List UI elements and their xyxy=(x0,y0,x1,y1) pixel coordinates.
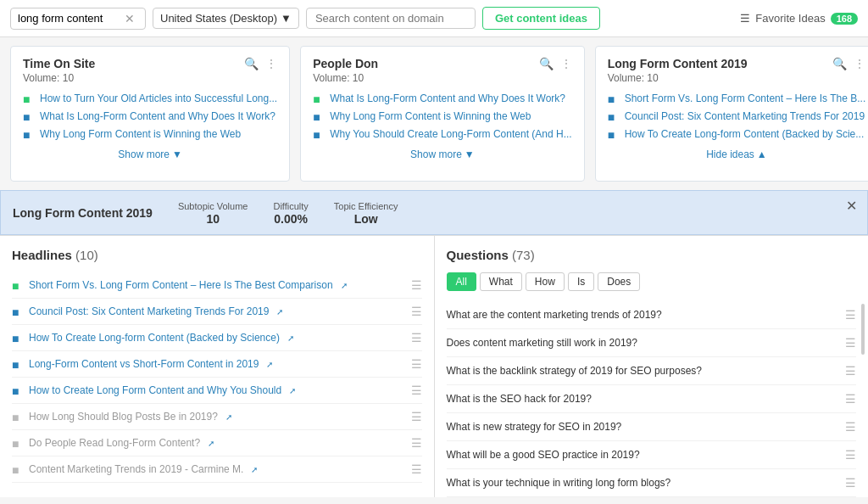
question-item: Does content marketing still work in 201… xyxy=(447,329,857,357)
blue-icon: ■ xyxy=(12,332,24,344)
detail-header: Long Form Content 2019 Subtopic Volume 1… xyxy=(0,190,868,235)
card-actions: 🔍 ⋮ xyxy=(832,57,865,70)
list-item: ■ What Is Long-Form Content and Why Does… xyxy=(23,110,277,122)
sort-icon[interactable]: ☰ xyxy=(845,448,856,462)
favorite-ideas-button[interactable]: ☰ Favorite Ideas 168 xyxy=(740,12,858,25)
headline-item: ■ Long-Form Content vs Short-Form Conten… xyxy=(12,351,422,378)
sort-icon[interactable]: ☰ xyxy=(411,384,422,397)
blue-icon: ■ xyxy=(313,110,325,122)
card-title: Time On Site xyxy=(23,57,95,70)
headline-item: ■ Do People Read Long-Form Content? ➚ ☰ xyxy=(12,430,422,456)
scrollbar[interactable] xyxy=(861,304,865,355)
bottom-panel: Headlines (10) ■ Short Form Vs. Long For… xyxy=(0,235,868,497)
list-item: ■ How to Turn Your Old Articles into Suc… xyxy=(23,92,277,104)
close-icon[interactable]: ✕ xyxy=(846,198,857,214)
question-item: What are the content marketing trends of… xyxy=(447,301,857,329)
show-more-button[interactable]: Show more ▼ xyxy=(23,148,277,160)
question-item: What is the backlink strategy of 2019 fo… xyxy=(447,357,857,385)
blue-icon: ■ xyxy=(23,128,35,140)
show-more-button[interactable]: Show more ▼ xyxy=(313,148,572,160)
blue-icon: ■ xyxy=(12,305,24,317)
green-icon: ■ xyxy=(23,92,35,104)
card-actions: 🔍 ⋮ xyxy=(244,57,277,70)
sort-icon[interactable]: ☰ xyxy=(845,364,856,378)
sort-icon[interactable]: ☰ xyxy=(845,308,856,322)
sort-icon[interactable]: ☰ xyxy=(411,462,422,476)
favorite-label: Favorite Ideas xyxy=(755,12,825,25)
external-link-icon[interactable]: ➚ xyxy=(341,281,348,290)
card-title: People Don xyxy=(313,57,378,70)
filter-how[interactable]: How xyxy=(526,272,565,291)
sort-icon[interactable]: ☰ xyxy=(845,336,856,350)
headline-item: ■ How To Create Long-form Content (Backe… xyxy=(12,325,422,351)
question-item: What is the SEO hack for 2019? ☰ xyxy=(447,385,857,413)
headline-item: ■ Short Form Vs. Long Form Content – Her… xyxy=(12,272,422,299)
gray-icon: ■ xyxy=(12,437,24,449)
headline-item: ■ How Long Should Blog Posts Be in 2019?… xyxy=(12,404,422,430)
list-item: ■ Why Long Form Content is Winning the W… xyxy=(313,110,572,122)
country-label: United States (Desktop) xyxy=(160,12,277,25)
filter-is[interactable]: Is xyxy=(568,272,594,291)
detail-title: Long Form Content 2019 xyxy=(13,206,153,220)
external-link-icon[interactable]: ➚ xyxy=(287,333,294,343)
list-icon: ☰ xyxy=(740,12,750,25)
list-item: ■ Short Form Vs. Long Form Content – Her… xyxy=(608,92,866,104)
more-icon[interactable]: ⋮ xyxy=(854,57,865,70)
headlines-column: Headlines (10) ■ Short Form Vs. Long For… xyxy=(0,236,435,497)
sort-icon[interactable]: ☰ xyxy=(845,392,856,406)
list-item: ■ Why You Should Create Long-Form Conten… xyxy=(313,128,572,140)
green-icon: ■ xyxy=(12,279,24,291)
card-time-on-site: Time On Site 🔍 ⋮ Volume: 10 ■ How to Tur… xyxy=(10,46,290,182)
card-actions: 🔍 ⋮ xyxy=(539,57,572,70)
blue-icon: ■ xyxy=(608,128,620,140)
card-volume: Volume: 10 xyxy=(313,72,572,84)
sort-icon[interactable]: ☰ xyxy=(411,357,422,371)
sort-icon[interactable]: ☰ xyxy=(411,436,422,450)
hide-ideas-button[interactable]: Hide ideas ▲ xyxy=(608,148,866,160)
favorite-count: 168 xyxy=(831,13,858,25)
filter-does[interactable]: Does xyxy=(598,272,640,291)
external-link-icon[interactable]: ➚ xyxy=(289,386,296,395)
gray-icon: ■ xyxy=(12,411,24,423)
country-select[interactable]: United States (Desktop) ▼ xyxy=(153,8,299,29)
search-icon[interactable]: 🔍 xyxy=(244,57,259,70)
headline-item: ■ Council Post: Six Content Marketing Tr… xyxy=(12,299,422,325)
search-icon[interactable]: 🔍 xyxy=(832,57,847,70)
gray-icon: ■ xyxy=(12,463,24,475)
card-title: Long Form Content 2019 xyxy=(608,57,748,70)
blue-icon: ■ xyxy=(12,358,24,370)
get-ideas-button[interactable]: Get content ideas xyxy=(482,7,600,30)
external-link-icon[interactable]: ➚ xyxy=(208,439,214,448)
more-icon[interactable]: ⋮ xyxy=(560,57,572,70)
question-item: What is your technique in writing long f… xyxy=(447,469,857,497)
headline-item: ■ Content Marketing Trends in 2019 - Car… xyxy=(12,456,422,483)
filter-what[interactable]: What xyxy=(480,272,522,291)
blue-icon: ■ xyxy=(12,384,24,396)
sort-icon[interactable]: ☰ xyxy=(411,331,422,344)
external-link-icon[interactable]: ➚ xyxy=(276,307,283,316)
more-icon[interactable]: ⋮ xyxy=(265,57,277,70)
list-item: ■ What Is Long-Form Content and Why Does… xyxy=(313,92,572,104)
sort-icon[interactable]: ☰ xyxy=(845,476,856,490)
sort-icon[interactable]: ☰ xyxy=(411,410,422,423)
external-link-icon[interactable]: ➚ xyxy=(251,465,258,474)
topic-efficiency-stat: Topic Efficiency Low xyxy=(334,199,398,226)
filter-tabs: All What How Is Does xyxy=(447,272,857,291)
card-people-don: People Don 🔍 ⋮ Volume: 10 ■ What Is Long… xyxy=(300,46,585,182)
sort-icon[interactable]: ☰ xyxy=(411,305,422,318)
questions-title: Questions (73) xyxy=(447,248,857,262)
filter-all[interactable]: All xyxy=(447,272,476,291)
chevron-down-icon: ▼ xyxy=(172,148,182,160)
external-link-icon[interactable]: ➚ xyxy=(266,360,273,369)
list-item: ■ How To Create Long-form Content (Backe… xyxy=(608,128,866,140)
sort-icon[interactable]: ☰ xyxy=(845,420,856,434)
clear-icon[interactable]: ✕ xyxy=(125,12,135,25)
domain-search-input[interactable] xyxy=(306,8,476,29)
external-link-icon[interactable]: ➚ xyxy=(225,412,232,422)
search-icon[interactable]: 🔍 xyxy=(539,57,554,70)
question-item: What is new strategy for SEO in 2019? ☰ xyxy=(447,413,857,441)
sort-icon[interactable]: ☰ xyxy=(411,278,422,292)
chevron-up-icon: ▲ xyxy=(757,148,767,160)
questions-column: Questions (73) All What How Is Does What… xyxy=(435,236,869,497)
search-input[interactable] xyxy=(18,12,120,25)
